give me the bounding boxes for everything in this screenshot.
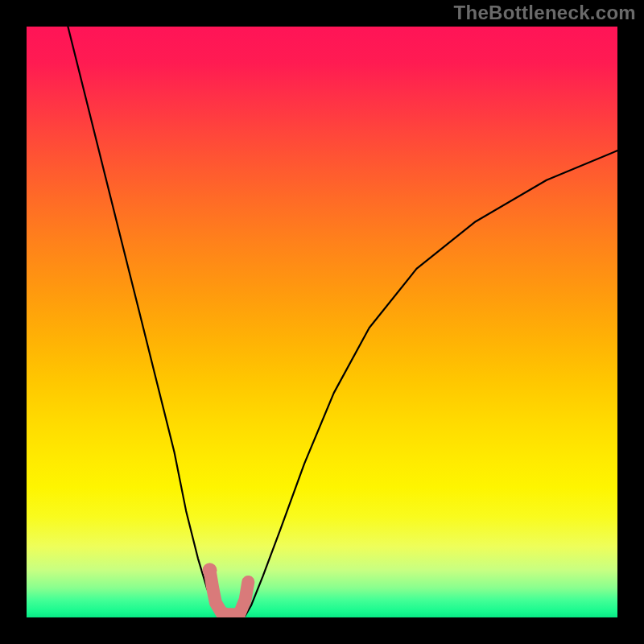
curve-left-branch	[68, 27, 221, 616]
watermark-label: TheBottleneck.com	[454, 2, 636, 24]
plot-area	[27, 27, 617, 617]
highlight-segment	[210, 570, 249, 614]
curve-right-branch	[246, 151, 617, 616]
curve-layer	[27, 27, 617, 617]
chart-frame: TheBottleneck.com	[0, 0, 644, 644]
highlight-top-dot	[203, 563, 217, 577]
